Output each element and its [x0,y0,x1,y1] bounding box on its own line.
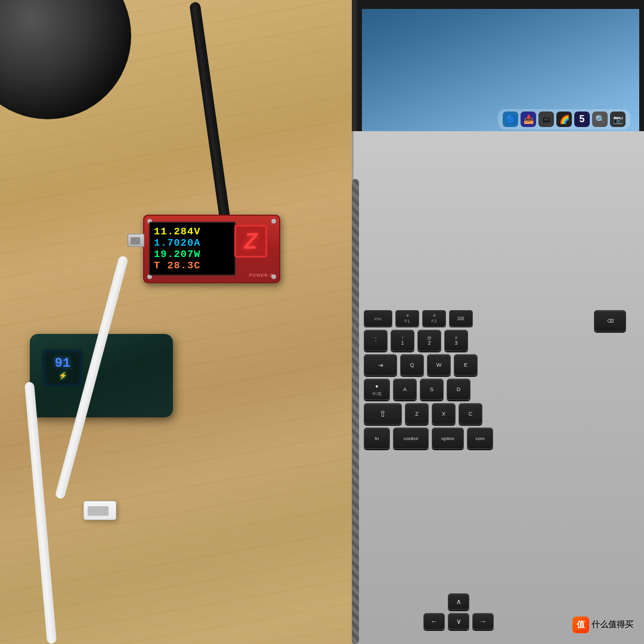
meter-logo: Z [234,225,267,258]
key-esc-label: esc [374,316,382,321]
power-bank-charging-icon: ⚡ [58,371,67,380]
key-z[interactable]: Z [405,403,429,425]
scene: 🔵 📥 🗂 🌈 5 🔍 📷 // Generate speaker dots i… [0,0,644,644]
key-q-label: Q [410,363,414,368]
keyboard-row-qwerty: ⇥ Q W E [364,354,626,376]
keyboard-row-asdf: • 中/英 A S D [364,379,626,400]
dock-icon-camera: 📷 [610,112,626,127]
key-1[interactable]: ! 1 [391,330,414,351]
key-x[interactable]: X [432,403,456,425]
key-arrow-right[interactable]: → [472,613,494,630]
key-control[interactable]: control [393,428,429,449]
metal-cable [352,179,359,644]
key-tab[interactable]: ⇥ [364,354,397,376]
key-z-label: Z [415,411,419,417]
key-tilde: ~ [374,336,377,340]
dock-icon-finder: 🔵 [503,112,518,127]
key-hash: # [455,336,457,340]
key-c[interactable]: C [459,403,482,425]
key-w-label: W [436,363,442,368]
laptop-screen-display: 🔵 📥 🗂 🌈 5 🔍 📷 [362,9,639,134]
key-arrow-up[interactable]: ∧ [448,593,469,610]
key-d-label: D [457,387,461,392]
power-meter-screen: 11.284V 1.7020A 19.207W T 28.3C [149,222,236,275]
key-at: @ [427,336,431,340]
keyboard-row-modifiers: fn control option com [364,428,626,449]
key-control-label: control [404,436,418,441]
key-s[interactable]: S [420,379,444,400]
key-f2-label: F2 [431,318,436,324]
key-e[interactable]: E [454,354,478,376]
key-left-label: ← [431,617,438,626]
dock-icon-search: 🔍 [592,112,608,127]
watermark-site-name: 什么值得买 [592,620,633,630]
keyboard-area: esc ☀ F1 ☀ F2 ⌨ ~ ` ! [364,310,626,644]
key-delete-area: ⌫ [594,310,626,332]
dock-icon-5: 5 [574,112,590,127]
key-f3[interactable]: ⌨ [449,310,473,327]
macos-dock: 🔵 📥 🗂 🌈 5 🔍 📷 [498,109,630,129]
key-option[interactable]: option [432,428,464,449]
key-caps-lock[interactable]: • 中/英 [364,379,390,400]
watermark: 值 什么值得买 [572,617,633,633]
usb-plug-bottom [83,501,116,520]
key-delete-label: ⌫ [607,318,614,324]
key-delete[interactable]: ⌫ [594,310,626,332]
power-meter-device: 11.284V 1.7020A 19.207W T 28.3C Z POWER-… [143,215,280,283]
key-e-label: E [464,363,467,368]
meter-brand-text: POWER-Z [249,273,273,277]
key-esc[interactable]: esc [364,310,392,327]
key-f1-icon: ☀ [405,313,410,318]
key-x-label: X [442,411,445,417]
key-d[interactable]: D [447,379,470,400]
key-c-label: C [469,411,473,417]
meter-power-reading: 19.207W [154,249,231,260]
arrow-keys: ∧ ← ∨ → [423,593,494,630]
key-option-label: option [441,436,454,441]
power-bank-display: 91 ⚡ [42,349,83,388]
key-f1-label: F1 [404,318,410,324]
keyboard-row-numbers: ~ ` ! 1 @ 2 # 3 [364,330,626,351]
key-1-label: 1 [401,340,404,346]
key-capslock-text: 中/英 [372,391,382,397]
key-capslock-label: • [376,382,379,391]
key-shift-left[interactable]: ⇧ [364,403,402,425]
key-up-label: ∧ [456,597,462,606]
usb-connector-input [128,234,144,247]
meter-logo-z: Z [244,229,258,254]
key-command-label: com [475,436,484,441]
watermark-icon: 值 [572,617,589,633]
keyboard-row-fn: esc ☀ F1 ☀ F2 ⌨ [364,310,626,327]
key-down-label: ∨ [456,617,462,626]
key-f1[interactable]: ☀ F1 [395,310,419,327]
key-q[interactable]: Q [400,354,424,376]
key-shift-label: ⇧ [379,409,386,419]
dock-icon-launchpad: 📥 [521,112,536,127]
key-fn[interactable]: fn [364,428,390,449]
key-a[interactable]: A [393,379,417,400]
watermark-icon-text: 值 [577,620,585,630]
key-arrow-left[interactable]: ← [423,613,445,630]
laptop-body: esc ☀ F1 ☀ F2 ⌨ ~ ` ! [352,131,644,644]
key-arrow-down[interactable]: ∨ [448,613,469,630]
key-fn-label: fn [375,436,379,441]
key-s-label: S [430,387,434,392]
key-backtick-label: ` [375,340,377,346]
key-f2[interactable]: ☀ F2 [422,310,446,327]
key-f2-icon: ☀ [432,313,436,318]
laptop-screen-bezel: 🔵 📥 🗂 🌈 5 🔍 📷 [352,0,644,143]
key-w[interactable]: W [427,354,451,376]
key-backtick[interactable]: ~ ` [364,330,388,351]
key-a-label: A [403,387,407,392]
key-command[interactable]: com [467,428,493,449]
key-3[interactable]: # 3 [444,330,468,351]
meter-current-reading: 1.7020A [154,237,231,249]
key-2-label: 2 [428,340,431,346]
key-right-label: → [479,617,487,626]
key-2[interactable]: @ 2 [417,330,441,351]
key-3-label: 3 [454,340,457,346]
screw-tr [271,219,276,224]
key-exclaim: ! [402,336,403,340]
dock-icon-files: 🗂 [538,112,554,127]
meter-voltage-reading: 11.284V [154,226,231,237]
